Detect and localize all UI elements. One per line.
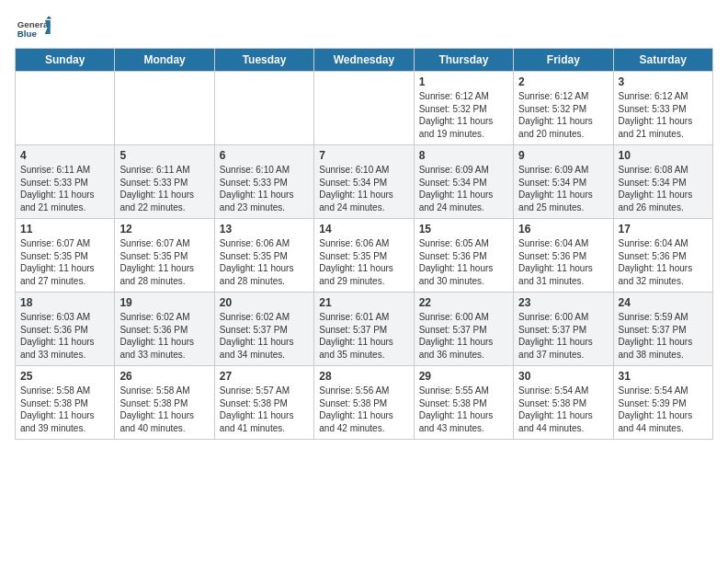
page-header: General Blue bbox=[15, 15, 713, 42]
day-info: Sunrise: 5:59 AM Sunset: 5:37 PM Dayligh… bbox=[619, 311, 708, 361]
day-info: Sunrise: 6:08 AM Sunset: 5:34 PM Dayligh… bbox=[619, 164, 708, 213]
day-number: 26 bbox=[119, 370, 209, 383]
calendar-cell: 2Sunrise: 6:12 AM Sunset: 5:32 PM Daylig… bbox=[514, 72, 613, 145]
calendar-cell bbox=[16, 72, 115, 145]
calendar-cell: 18Sunrise: 6:03 AM Sunset: 5:36 PM Dayli… bbox=[16, 293, 115, 366]
calendar-cell: 30Sunrise: 5:54 AM Sunset: 5:38 PM Dayli… bbox=[514, 366, 613, 440]
day-info: Sunrise: 5:58 AM Sunset: 5:38 PM Dayligh… bbox=[20, 385, 109, 434]
day-number: 15 bbox=[419, 223, 508, 236]
calendar-cell: 19Sunrise: 6:02 AM Sunset: 5:36 PM Dayli… bbox=[115, 293, 214, 366]
day-info: Sunrise: 6:10 AM Sunset: 5:33 PM Dayligh… bbox=[220, 164, 309, 213]
day-number: 14 bbox=[319, 223, 408, 236]
calendar-cell: 14Sunrise: 6:06 AM Sunset: 5:35 PM Dayli… bbox=[314, 219, 414, 293]
week-row-0: 1Sunrise: 6:12 AM Sunset: 5:32 PM Daylig… bbox=[16, 72, 713, 145]
calendar-cell: 13Sunrise: 6:06 AM Sunset: 5:35 PM Dayli… bbox=[214, 219, 313, 293]
day-number: 23 bbox=[518, 296, 608, 309]
calendar-cell: 4Sunrise: 6:11 AM Sunset: 5:33 PM Daylig… bbox=[16, 145, 115, 219]
calendar-cell: 10Sunrise: 6:08 AM Sunset: 5:34 PM Dayli… bbox=[613, 145, 712, 219]
day-number: 3 bbox=[619, 75, 708, 88]
calendar-cell: 21Sunrise: 6:01 AM Sunset: 5:37 PM Dayli… bbox=[314, 293, 414, 366]
day-info: Sunrise: 6:04 AM Sunset: 5:36 PM Dayligh… bbox=[619, 237, 708, 287]
weekday-header-wednesday: Wednesday bbox=[314, 49, 414, 72]
day-number: 8 bbox=[419, 149, 508, 162]
day-number: 30 bbox=[518, 370, 608, 383]
weekday-header-row: SundayMondayTuesdayWednesdayThursdayFrid… bbox=[16, 49, 713, 72]
day-number: 28 bbox=[319, 370, 408, 383]
weekday-header-friday: Friday bbox=[514, 49, 613, 72]
day-number: 13 bbox=[220, 223, 309, 236]
day-number: 19 bbox=[119, 296, 209, 309]
calendar-cell: 6Sunrise: 6:10 AM Sunset: 5:33 PM Daylig… bbox=[214, 145, 313, 219]
calendar-cell: 17Sunrise: 6:04 AM Sunset: 5:36 PM Dayli… bbox=[613, 219, 712, 293]
weekday-header-thursday: Thursday bbox=[414, 49, 513, 72]
day-number: 16 bbox=[518, 223, 608, 236]
calendar-cell: 22Sunrise: 6:00 AM Sunset: 5:37 PM Dayli… bbox=[414, 293, 513, 366]
day-number: 20 bbox=[220, 296, 309, 309]
day-info: Sunrise: 5:56 AM Sunset: 5:38 PM Dayligh… bbox=[319, 385, 408, 434]
calendar-cell: 7Sunrise: 6:10 AM Sunset: 5:34 PM Daylig… bbox=[314, 145, 414, 219]
calendar-cell: 31Sunrise: 5:54 AM Sunset: 5:39 PM Dayli… bbox=[613, 366, 712, 440]
day-info: Sunrise: 5:54 AM Sunset: 5:39 PM Dayligh… bbox=[619, 385, 708, 434]
day-info: Sunrise: 6:00 AM Sunset: 5:37 PM Dayligh… bbox=[518, 311, 608, 361]
day-number: 7 bbox=[319, 149, 408, 162]
day-number: 17 bbox=[619, 223, 708, 236]
calendar-cell: 3Sunrise: 6:12 AM Sunset: 5:33 PM Daylig… bbox=[613, 72, 712, 145]
calendar-cell: 5Sunrise: 6:11 AM Sunset: 5:33 PM Daylig… bbox=[115, 145, 214, 219]
day-number: 25 bbox=[20, 370, 109, 383]
calendar-cell: 16Sunrise: 6:04 AM Sunset: 5:36 PM Dayli… bbox=[514, 219, 613, 293]
day-info: Sunrise: 6:11 AM Sunset: 5:33 PM Dayligh… bbox=[20, 164, 109, 213]
day-number: 4 bbox=[20, 149, 109, 162]
day-info: Sunrise: 5:54 AM Sunset: 5:38 PM Dayligh… bbox=[518, 385, 608, 434]
day-info: Sunrise: 6:09 AM Sunset: 5:34 PM Dayligh… bbox=[518, 164, 608, 213]
day-number: 11 bbox=[20, 223, 109, 236]
day-number: 27 bbox=[220, 370, 309, 383]
weekday-header-sunday: Sunday bbox=[16, 49, 115, 72]
logo: General Blue bbox=[15, 15, 51, 42]
day-info: Sunrise: 6:12 AM Sunset: 5:32 PM Dayligh… bbox=[518, 90, 608, 140]
weekday-header-saturday: Saturday bbox=[613, 49, 712, 72]
day-info: Sunrise: 6:07 AM Sunset: 5:35 PM Dayligh… bbox=[20, 237, 109, 287]
day-info: Sunrise: 6:04 AM Sunset: 5:36 PM Dayligh… bbox=[518, 237, 608, 287]
weekday-header-monday: Monday bbox=[115, 49, 214, 72]
calendar-cell bbox=[115, 72, 214, 145]
week-row-2: 11Sunrise: 6:07 AM Sunset: 5:35 PM Dayli… bbox=[16, 219, 713, 293]
day-number: 12 bbox=[119, 223, 209, 236]
weekday-header-tuesday: Tuesday bbox=[214, 49, 313, 72]
calendar-cell: 24Sunrise: 5:59 AM Sunset: 5:37 PM Dayli… bbox=[613, 293, 712, 366]
day-number: 1 bbox=[419, 75, 508, 88]
calendar-cell: 20Sunrise: 6:02 AM Sunset: 5:37 PM Dayli… bbox=[214, 293, 313, 366]
calendar-cell: 11Sunrise: 6:07 AM Sunset: 5:35 PM Dayli… bbox=[16, 219, 115, 293]
svg-text:Blue: Blue bbox=[17, 29, 38, 39]
day-info: Sunrise: 5:58 AM Sunset: 5:38 PM Dayligh… bbox=[119, 385, 209, 434]
day-number: 10 bbox=[619, 149, 708, 162]
day-number: 5 bbox=[119, 149, 209, 162]
day-number: 18 bbox=[20, 296, 109, 309]
calendar-cell: 25Sunrise: 5:58 AM Sunset: 5:38 PM Dayli… bbox=[16, 366, 115, 440]
calendar-cell bbox=[214, 72, 313, 145]
calendar-cell: 12Sunrise: 6:07 AM Sunset: 5:35 PM Dayli… bbox=[115, 219, 214, 293]
day-info: Sunrise: 6:11 AM Sunset: 5:33 PM Dayligh… bbox=[119, 164, 209, 213]
calendar-cell: 9Sunrise: 6:09 AM Sunset: 5:34 PM Daylig… bbox=[514, 145, 613, 219]
day-info: Sunrise: 6:06 AM Sunset: 5:35 PM Dayligh… bbox=[319, 237, 408, 287]
calendar-cell: 8Sunrise: 6:09 AM Sunset: 5:34 PM Daylig… bbox=[414, 145, 513, 219]
day-info: Sunrise: 6:05 AM Sunset: 5:36 PM Dayligh… bbox=[419, 237, 508, 287]
day-number: 9 bbox=[518, 149, 608, 162]
calendar-cell: 23Sunrise: 6:00 AM Sunset: 5:37 PM Dayli… bbox=[514, 293, 613, 366]
day-number: 31 bbox=[619, 370, 708, 383]
day-info: Sunrise: 6:07 AM Sunset: 5:35 PM Dayligh… bbox=[119, 237, 209, 287]
calendar-cell: 1Sunrise: 6:12 AM Sunset: 5:32 PM Daylig… bbox=[414, 72, 513, 145]
day-number: 21 bbox=[319, 296, 408, 309]
calendar-cell: 29Sunrise: 5:55 AM Sunset: 5:38 PM Dayli… bbox=[414, 366, 513, 440]
day-info: Sunrise: 6:02 AM Sunset: 5:37 PM Dayligh… bbox=[220, 311, 309, 361]
week-row-3: 18Sunrise: 6:03 AM Sunset: 5:36 PM Dayli… bbox=[16, 293, 713, 366]
day-info: Sunrise: 6:06 AM Sunset: 5:35 PM Dayligh… bbox=[220, 237, 309, 287]
day-number: 2 bbox=[518, 75, 608, 88]
day-info: Sunrise: 6:02 AM Sunset: 5:36 PM Dayligh… bbox=[119, 311, 209, 361]
calendar-cell bbox=[314, 72, 414, 145]
day-info: Sunrise: 6:10 AM Sunset: 5:34 PM Dayligh… bbox=[319, 164, 408, 213]
day-info: Sunrise: 6:09 AM Sunset: 5:34 PM Dayligh… bbox=[419, 164, 508, 213]
day-info: Sunrise: 6:01 AM Sunset: 5:37 PM Dayligh… bbox=[319, 311, 408, 361]
calendar-cell: 15Sunrise: 6:05 AM Sunset: 5:36 PM Dayli… bbox=[414, 219, 513, 293]
day-info: Sunrise: 6:12 AM Sunset: 5:32 PM Dayligh… bbox=[419, 90, 508, 140]
calendar-table: SundayMondayTuesdayWednesdayThursdayFrid… bbox=[15, 48, 713, 440]
